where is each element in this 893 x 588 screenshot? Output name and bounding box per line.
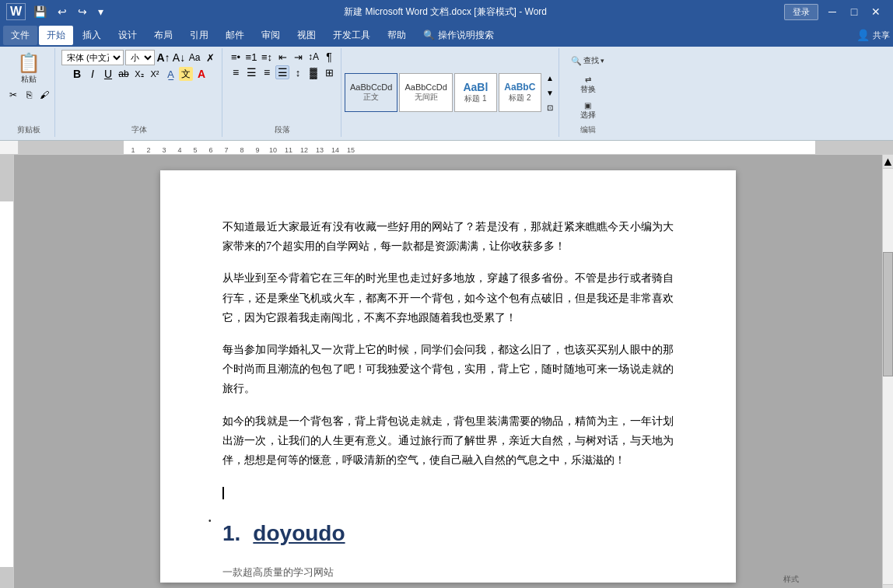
login-button[interactable]: 登录 — [784, 4, 818, 20]
title-bar-left: W 💾 ↩ ↪ ▾ — [6, 3, 107, 20]
clipboard-small-btns: ✂ ⎘ 🖌 — [6, 88, 51, 102]
replace-btn[interactable]: ⇄替换 — [576, 73, 600, 97]
justify-btn[interactable]: ☰ — [275, 65, 289, 79]
menu-developer[interactable]: 开发工具 — [325, 26, 378, 45]
style-heading1[interactable]: AaBl 标题 1 — [454, 73, 497, 112]
ruler-corner — [0, 141, 19, 155]
font-row2: B I U ab X₂ X² A̲ 文 A — [70, 67, 208, 81]
style-normal[interactable]: AaBbCcDd 正文 — [345, 73, 397, 112]
shading-btn[interactable]: ▓ — [306, 65, 320, 79]
highlight-btn[interactable]: 文 — [179, 67, 193, 81]
underline-btn[interactable]: U — [101, 67, 115, 81]
bullets-btn[interactable]: ≡• — [229, 50, 243, 64]
quick-save-btn[interactable]: 💾 — [30, 4, 50, 19]
clear-format-btn[interactable]: ✗ — [203, 51, 217, 65]
quick-more-btn[interactable]: ▾ — [95, 4, 107, 19]
style-heading2[interactable]: AaBbC 标题 2 — [499, 73, 541, 112]
bold-btn[interactable]: B — [70, 67, 84, 81]
scroll-track[interactable] — [883, 169, 893, 584]
menu-search[interactable]: 🔍 操作说明搜索 — [415, 26, 502, 45]
increase-indent-btn[interactable]: ⇥ — [291, 50, 305, 64]
document-page[interactable]: 不知道最近大家最近有没有收藏一些好用的网站了？若是没有，那就赶紧来瞧瞧今天小编为… — [160, 170, 736, 583]
editing-label: 编辑 — [580, 124, 596, 135]
align-right-btn[interactable]: ≡ — [260, 65, 274, 79]
scroll-thumb[interactable] — [883, 252, 893, 376]
font-group: 宋体 (中文正... 小四 A↑ A↓ Aa ✗ B I U ab X₂ X² … — [57, 48, 222, 137]
numbering-btn[interactable]: ≡1 — [244, 50, 258, 64]
title-bar-right: 登录 ─ □ ✕ — [784, 4, 887, 20]
quick-redo-btn[interactable]: ↪ — [75, 4, 90, 19]
styles-group: AaBbCcDd 正文 AaBbCcDd 无间距 AaBl 标题 1 AaBbC… — [343, 48, 559, 137]
font-size-select[interactable]: 小四 — [125, 50, 155, 65]
paragraph-1: 不知道最近大家最近有没有收藏一些好用的网站了？若是没有，那就赶紧来瞧瞧今天小编为… — [222, 217, 674, 256]
maximize-btn[interactable]: □ — [843, 4, 865, 19]
paragraph-2: 从毕业到至今背着它在三年的时光里也走过好多地放，穿越了很多省份。不管是步行或者骑… — [222, 268, 674, 327]
multilevel-btn[interactable]: ≡↕ — [260, 50, 274, 64]
font-label: 字体 — [131, 124, 147, 135]
close-btn[interactable]: ✕ — [865, 4, 887, 19]
menu-references[interactable]: 引用 — [182, 26, 216, 45]
clipboard-group: 📋 粘贴 ✂ ⎘ 🖌 剪贴板 — [3, 48, 55, 137]
bullet-indicator: • — [208, 514, 212, 528]
line-spacing-btn[interactable]: ↕ — [291, 65, 305, 79]
find-btn[interactable]: 🔍 查找 ▾ — [567, 50, 608, 72]
styles-gallery: AaBbCcDd 正文 AaBbCcDd 无间距 AaBl 标题 1 AaBbC… — [345, 73, 541, 112]
menu-home[interactable]: 开始 — [39, 26, 73, 45]
paragraph-3: 每当参加同学婚礼又一次背上它的时候，同学们会问我，都这么旧了，也该买买别人眼中的… — [222, 340, 674, 399]
italic-btn[interactable]: I — [86, 67, 100, 81]
paste-button[interactable]: 📋 粘贴 — [13, 50, 44, 87]
editing-row2: ⇄替换 — [576, 73, 600, 97]
scroll-up-btn[interactable]: ▲ — [883, 155, 893, 169]
font-shrink-btn[interactable]: A↓ — [172, 51, 186, 65]
font-case-btn[interactable]: Aa — [187, 51, 201, 65]
title-bar: W 💾 ↩ ↪ ▾ 新建 Microsoft Word 文档.docx [兼容模… — [0, 0, 893, 23]
text-effect-btn[interactable]: A̲ — [163, 67, 177, 81]
heading-number: 1. — [222, 514, 240, 553]
borders-btn[interactable]: ⊞ — [322, 65, 336, 79]
menu-view[interactable]: 视图 — [289, 26, 324, 45]
document-area: 不知道最近大家最近有没有收藏一些好用的网站了？若是没有，那就赶紧来瞧瞧今天小编为… — [0, 155, 893, 588]
superscript-btn[interactable]: X² — [148, 67, 162, 81]
para-row1: ≡• ≡1 ≡↕ ⇤ ⇥ ↕A ¶ — [229, 50, 336, 64]
format-painter-button[interactable]: 🖌 — [37, 88, 51, 102]
menu-layout[interactable]: 布局 — [146, 26, 180, 45]
scroll-area[interactable]: 不知道最近大家最近有没有收藏一些好用的网站了？若是没有，那就赶紧来瞧瞧今天小编为… — [14, 155, 882, 588]
style-no-spacing[interactable]: AaBbCcDd 无间距 — [399, 73, 452, 112]
styles-more-btn[interactable]: ⊡ — [543, 100, 557, 114]
text-cursor — [222, 487, 224, 499]
find-label: 查找 — [583, 55, 599, 66]
menu-insert[interactable]: 插入 — [75, 26, 109, 45]
copy-button[interactable]: ⎘ — [22, 88, 36, 102]
share-btn[interactable]: 共享 — [873, 30, 890, 41]
paragraph-4: 如今的我就是一个背包客，背上背包说走就走，背包里装满需要的物品，精简为主，一年计… — [222, 411, 674, 471]
align-center-btn[interactable]: ☰ — [244, 65, 258, 79]
vertical-scrollbar[interactable]: ▲ ▼ — [882, 155, 893, 588]
show-marks-btn[interactable]: ¶ — [322, 50, 336, 64]
styles-down-btn[interactable]: ▼ — [543, 86, 557, 100]
select-btn[interactable]: ▣选择 — [576, 99, 600, 123]
menu-file[interactable]: 文件 — [3, 26, 37, 45]
strikethrough-btn[interactable]: ab — [117, 67, 131, 81]
paragraph-group: ≡• ≡1 ≡↕ ⇤ ⇥ ↕A ¶ ≡ ☰ ≡ ☰ ↕ ▓ ⊞ 段落 — [224, 48, 341, 137]
font-name-select[interactable]: 宋体 (中文正... — [61, 50, 124, 65]
sub-heading: 一款超高质量的学习网站 — [222, 563, 674, 581]
quick-undo-btn[interactable]: ↩ — [54, 4, 70, 19]
find-icon: 🔍 — [571, 56, 582, 66]
font-grow-btn[interactable]: A↑ — [156, 51, 170, 65]
replace-icon: ⇄ — [585, 75, 591, 84]
styles-up-btn[interactable]: ▲ — [543, 71, 557, 85]
menu-help[interactable]: 帮助 — [380, 26, 414, 45]
cut-button[interactable]: ✂ — [6, 88, 20, 102]
ribbon-share-area: 👤 共享 — [856, 29, 890, 41]
menu-design[interactable]: 设计 — [110, 26, 145, 45]
subscript-btn[interactable]: X₂ — [132, 67, 146, 81]
font-color-btn[interactable]: A — [194, 67, 208, 81]
title-bar-title: 新建 Microsoft Word 文档.docx [兼容模式] - Word — [107, 5, 784, 19]
minimize-btn[interactable]: ─ — [821, 4, 843, 19]
align-left-btn[interactable]: ≡ — [229, 65, 243, 79]
sort-btn[interactable]: ↕A — [306, 50, 320, 64]
menu-review[interactable]: 审阅 — [254, 26, 288, 45]
menu-mailings[interactable]: 邮件 — [218, 26, 252, 45]
decrease-indent-btn[interactable]: ⇤ — [275, 50, 289, 64]
search-icon: 🔍 — [423, 30, 435, 40]
